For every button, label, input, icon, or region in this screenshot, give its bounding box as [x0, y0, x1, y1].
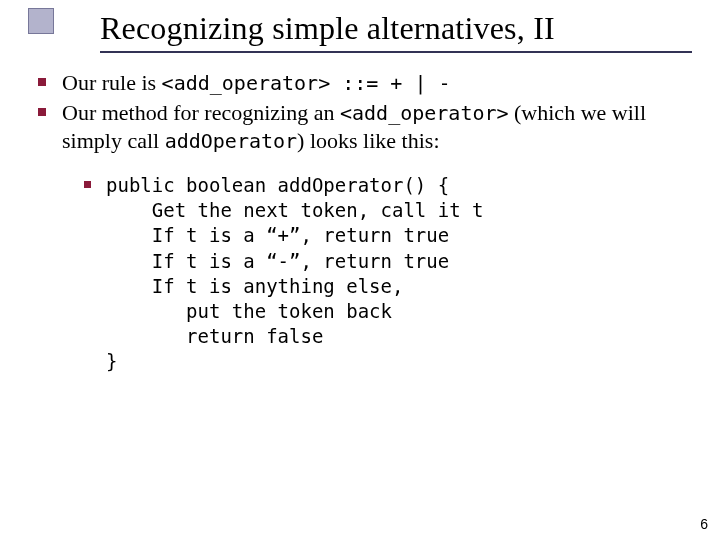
bullet-text: Our method for recognizing an	[62, 100, 340, 125]
code-line: public boolean addOperator() {	[106, 174, 449, 196]
bullet-text: ) looks like this:	[297, 128, 439, 153]
square-bullet-icon	[38, 78, 46, 86]
inline-code: <add_operator> ::= + | -	[162, 71, 451, 95]
page-number: 6	[700, 516, 708, 532]
code-line: If t is anything else,	[106, 275, 403, 297]
code-line: }	[106, 350, 117, 372]
inline-code: <add_operator>	[340, 101, 509, 125]
sub-bullet-item: public boolean addOperator() { Get the n…	[82, 173, 688, 374]
square-bullet-icon	[84, 181, 91, 188]
slide-title: Recognizing simple alternatives, II	[100, 10, 692, 47]
sub-bullet-list: public boolean addOperator() { Get the n…	[82, 173, 688, 374]
code-line: Get the next token, call it t	[106, 199, 484, 221]
bullet-list: Our rule is <add_operator> ::= + | - Our…	[32, 69, 688, 374]
bullet-item: Our rule is <add_operator> ::= + | -	[32, 69, 688, 97]
code-line: If t is a “+”, return true	[106, 224, 449, 246]
bullet-text: Our rule is	[62, 70, 162, 95]
bullet-item: Our method for recognizing an <add_opera…	[32, 99, 688, 374]
inline-code: addOperator	[165, 129, 297, 153]
code-line: If t is a “-”, return true	[106, 250, 449, 272]
code-line: put the token back	[106, 300, 392, 322]
code-block: public boolean addOperator() { Get the n…	[106, 173, 688, 374]
code-line: return false	[106, 325, 323, 347]
title-area: Recognizing simple alternatives, II	[28, 8, 692, 53]
slide: Recognizing simple alternatives, II Our …	[0, 0, 720, 540]
accent-square-icon	[28, 8, 54, 34]
title-underline: Recognizing simple alternatives, II	[100, 10, 692, 53]
square-bullet-icon	[38, 108, 46, 116]
